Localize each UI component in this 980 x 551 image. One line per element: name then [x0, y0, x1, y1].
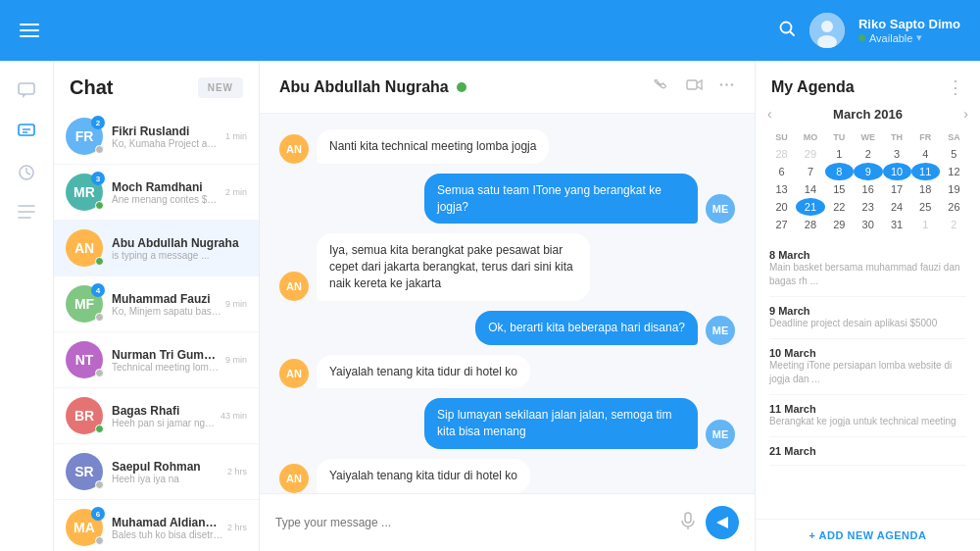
video-icon[interactable] [686, 76, 703, 97]
agenda-item-desc: Main basket bersama muhammad fauzi dan b… [769, 261, 966, 288]
send-button[interactable] [706, 506, 739, 539]
user-info: Riko Sapto Dimo Available ▾ [858, 17, 960, 44]
more-icon[interactable] [718, 76, 735, 97]
chat-list-item[interactable]: MA 6 Muhamad Aldiansyah Bales tuh ko bis… [54, 500, 259, 551]
main-layout: Chat NEW FR 2 Fikri Ruslandi Ko, Kumaha … [0, 61, 980, 551]
message-bubble: Iya, semua kita berangkat pake pesawat b… [317, 233, 590, 300]
cal-day[interactable]: 5 [940, 145, 968, 163]
cal-day[interactable]: 2 [940, 216, 968, 233]
message-bubble: Yaiyalah tenang kita tidur di hotel ko [317, 355, 530, 389]
cal-day[interactable]: 2 [854, 145, 883, 163]
svg-rect-5 [19, 83, 34, 94]
avatar[interactable] [809, 13, 845, 48]
cal-day[interactable]: 13 [767, 180, 796, 198]
cal-day[interactable]: 15 [825, 180, 854, 198]
cal-day[interactable]: 16 [854, 180, 883, 198]
chat-name: Saepul Rohman [112, 460, 223, 474]
chat-list-item[interactable]: NT Nurman Tri Gumelar Technical meeting … [54, 332, 259, 388]
chat-list-item[interactable]: BR Bagas Rhafi Heeh pan si jamar nge dun… [54, 388, 259, 444]
cal-day[interactable]: 1 [911, 216, 940, 233]
cal-day[interactable]: 29 [796, 145, 825, 163]
cal-day[interactable]: 20 [767, 198, 796, 216]
chat-avatar-wrap: NT [66, 341, 103, 378]
cal-day-header: SU [767, 129, 796, 145]
cal-day[interactable]: 28 [796, 216, 825, 233]
cal-day-header: FR [911, 129, 940, 145]
chat-info: Muhammad Fauzi Ko, Minjem sapatu basket … [112, 292, 221, 317]
chat-preview: is typing a message ... [112, 250, 243, 261]
cal-day[interactable]: 29 [825, 216, 854, 233]
add-agenda-button[interactable]: + ADD NEW AGENDA [756, 519, 980, 551]
chat-list-item[interactable]: FR 2 Fikri Ruslandi Ko, Kumaha Project a… [54, 109, 259, 165]
cal-day[interactable]: 11 [911, 163, 940, 180]
status-indicator [95, 480, 104, 489]
cal-day[interactable]: 10 [883, 163, 911, 180]
new-chat-button[interactable]: NEW [198, 77, 243, 98]
cal-day[interactable]: 6 [767, 163, 796, 180]
sidebar-icon-stats[interactable] [17, 163, 36, 182]
sidebar-icon-chat[interactable] [17, 80, 36, 100]
cal-day[interactable]: 22 [825, 198, 854, 216]
cal-day[interactable]: 25 [911, 198, 940, 216]
cal-day[interactable]: 26 [940, 198, 968, 216]
agenda-item-desc: Berangkat ke jogja untuk technical meeti… [769, 415, 966, 428]
cal-day[interactable]: 1 [825, 145, 854, 163]
cal-day[interactable]: 31 [883, 216, 911, 233]
svg-point-3 [821, 21, 833, 32]
unread-badge: 4 [91, 283, 105, 297]
chat-list-item[interactable]: SR Saepul Rohman Heeh iya iya na 2 hrs [54, 444, 259, 500]
cal-day[interactable]: 23 [854, 198, 883, 216]
cal-day-header: WE [854, 129, 883, 145]
message-row: ME Ok, berarti kita beberapa hari disana… [279, 311, 735, 345]
message-bubble: Sip lumayan sekilaan jalan jalan, semoga… [424, 398, 698, 449]
cal-day[interactable]: 30 [854, 216, 883, 233]
topnav-left [20, 24, 39, 37]
cal-day[interactable]: 28 [767, 145, 796, 163]
mic-icon[interactable] [680, 512, 696, 533]
chat-avatar-wrap: AN [66, 229, 103, 267]
chat-input[interactable] [275, 516, 670, 529]
chat-items: FR 2 Fikri Ruslandi Ko, Kumaha Project a… [54, 109, 259, 551]
cal-day[interactable]: 4 [911, 145, 940, 163]
chat-info: Moch Ramdhani Ane menang contes $1000 ..… [112, 180, 221, 205]
chat-preview: Heeh pan si jamar nge dunk ... [112, 418, 217, 428]
agenda-items: 8 March Main basket bersama muhammad fau… [756, 241, 980, 519]
agenda-more-icon[interactable]: ⋮ [947, 76, 964, 98]
hamburger-icon[interactable] [20, 24, 39, 37]
cal-day[interactable]: 18 [911, 180, 940, 198]
cal-prev-button[interactable]: ‹ [767, 106, 772, 122]
cal-day[interactable]: 24 [883, 198, 911, 216]
chat-avatar-wrap: BR [66, 397, 103, 434]
chat-list-item[interactable]: AN Abu Abdullah Nugraha is typing a mess… [54, 221, 259, 276]
cal-day[interactable]: 3 [883, 145, 911, 163]
cal-day[interactable]: 14 [796, 180, 825, 198]
message-bubble: Nanti kita technical meeting lomba jogja [317, 129, 549, 164]
cal-day[interactable]: 8 [825, 163, 854, 180]
cal-day[interactable]: 27 [767, 216, 796, 233]
message-row: AN Iya, semua kita berangkat pake pesawa… [279, 233, 735, 300]
chat-list-item[interactable]: MR 3 Moch Ramdhani Ane menang contes $10… [54, 165, 259, 221]
message-avatar: ME [706, 420, 735, 449]
chat-input-area [260, 493, 755, 551]
chat-actions [654, 76, 735, 97]
cal-day-header: TU [825, 129, 854, 145]
cal-day[interactable]: 7 [796, 163, 825, 180]
cal-day[interactable]: 9 [854, 163, 883, 180]
cal-day[interactable]: 19 [940, 180, 968, 198]
sidebar-icon-message[interactable] [17, 122, 36, 141]
phone-icon[interactable] [654, 76, 670, 97]
cal-day[interactable]: 17 [883, 180, 911, 198]
svg-point-14 [720, 83, 723, 86]
sidebar-icon-menu[interactable] [17, 204, 36, 220]
chat-list-item[interactable]: MF 4 Muhammad Fauzi Ko, Minjem sapatu ba… [54, 276, 259, 332]
cal-day[interactable]: 21 [796, 198, 825, 216]
chat-contact-name: Abu Abdullah Nugraha [279, 78, 466, 96]
cal-next-button[interactable]: › [963, 106, 968, 122]
status-indicator [95, 536, 104, 545]
message-row: ME Semua satu team ITone yang berangkat … [279, 174, 735, 225]
cal-day[interactable]: 12 [940, 163, 968, 180]
topnav: Riko Sapto Dimo Available ▾ [0, 0, 980, 61]
search-icon[interactable] [778, 20, 796, 42]
chat-avatar-wrap: FR 2 [66, 118, 103, 155]
message-row: ME Sip lumayan sekilaan jalan jalan, sem… [279, 398, 735, 449]
